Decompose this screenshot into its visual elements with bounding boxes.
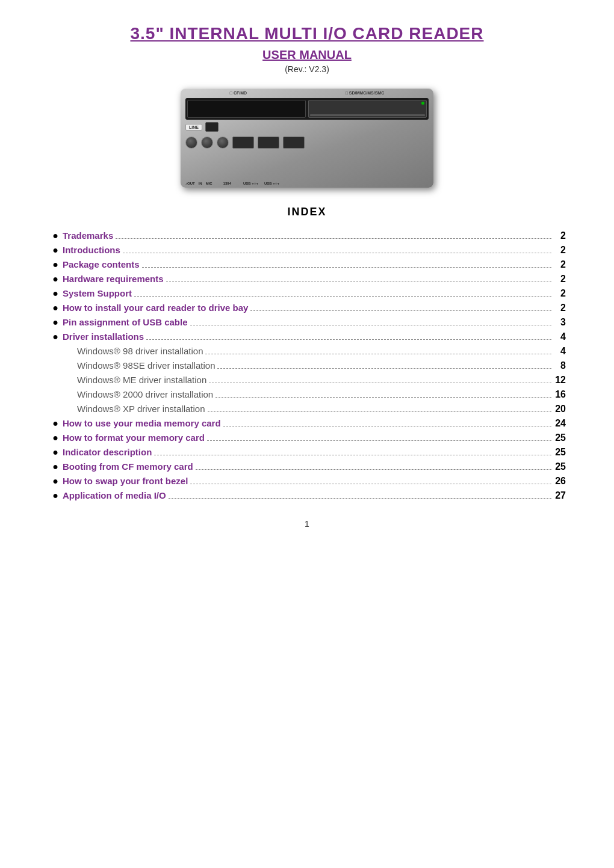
bullet: ● <box>48 288 63 299</box>
dots <box>116 238 551 239</box>
bullet: ● <box>48 490 63 501</box>
bottom-row <box>185 137 429 149</box>
page-number: 2 <box>554 230 566 241</box>
dots <box>123 253 551 253</box>
bullet: ● <box>48 274 63 285</box>
dots <box>217 368 551 369</box>
page-number: 25 <box>554 432 566 443</box>
subitem-label: Windows® 2000 driver installation <box>77 389 213 399</box>
list-item: ● How to install your card reader to dri… <box>48 303 566 313</box>
in-label: IN <box>199 182 202 185</box>
bullet: ● <box>48 303 63 313</box>
dots <box>208 411 551 412</box>
list-subitem: Windows® 98 driver installation 4 <box>48 346 566 357</box>
circle-in <box>201 137 213 149</box>
bullet: ● <box>48 476 63 487</box>
page-number: 25 <box>554 461 566 472</box>
bullet: ● <box>48 331 63 342</box>
list-item: ● How to format your memory card 25 <box>48 432 566 443</box>
usb-label-1: USB +○+ <box>243 182 258 185</box>
cf-slot <box>187 100 306 118</box>
dots <box>166 282 551 282</box>
subtitle: USER MANUAL <box>48 48 566 62</box>
page-number: 27 <box>554 490 566 501</box>
device-image: □ CF/MD □ SD/MMC/MS/SMC LINE <box>181 88 433 188</box>
dots <box>154 455 551 455</box>
item-label: Introductions <box>63 245 120 255</box>
list-subitem: Windows® XP driver installation 20 <box>48 404 566 414</box>
page-container: 3.5" INTERNAL MULTI I/O CARD READER USER… <box>48 24 566 529</box>
dots <box>169 498 551 499</box>
dots <box>207 440 551 441</box>
subitem-label: Windows® 98SE driver installation <box>77 360 215 371</box>
usb-port-1 <box>258 137 279 149</box>
item-label: How to use your media memory card <box>63 418 221 428</box>
index-title: INDEX <box>48 206 566 218</box>
middle-area: LINE <box>185 122 219 132</box>
list-item: ● Introductions 2 <box>48 245 566 256</box>
page-number: 3 <box>554 317 566 328</box>
device-image-container: □ CF/MD □ SD/MMC/MS/SMC LINE <box>48 88 566 188</box>
dots <box>223 426 551 426</box>
circle-mic <box>217 137 229 149</box>
dots <box>142 267 551 268</box>
sd-slot <box>308 100 427 118</box>
revision: (Rev.: V2.3) <box>48 64 566 74</box>
list-item: ● Trademarks 2 <box>48 230 566 241</box>
dots <box>209 383 551 383</box>
line-label: LINE <box>185 124 202 131</box>
page-number: 25 <box>554 447 566 458</box>
item-label: System Support <box>63 288 132 298</box>
item-label: How to format your memory card <box>63 432 205 443</box>
page-number: 2 <box>554 303 566 313</box>
page-number: 8 <box>554 360 566 371</box>
list-item: ● Hardware requirements 2 <box>48 274 566 285</box>
page-number: 24 <box>554 418 566 429</box>
footer-page-number: 1 <box>48 519 566 529</box>
list-subitem: Windows® ME driver installation 12 <box>48 375 566 386</box>
list-item: ● Booting from CF memory card 25 <box>48 461 566 472</box>
slot-detail <box>310 114 425 116</box>
dots <box>146 339 551 340</box>
subitem-label: Windows® 98 driver installation <box>77 346 203 356</box>
item-label: Hardware requirements <box>63 274 164 284</box>
page-number: 4 <box>554 346 566 357</box>
dots <box>134 296 551 297</box>
item-label: Package contents <box>63 259 140 269</box>
bullet: ● <box>48 461 63 472</box>
dots <box>196 469 551 470</box>
list-item: ● Indicator description 25 <box>48 447 566 458</box>
page-number: 2 <box>554 259 566 270</box>
list-subitem: Windows® 98SE driver installation 8 <box>48 360 566 371</box>
page-number: 16 <box>554 389 566 400</box>
bullet: ● <box>48 230 63 241</box>
bullet: ● <box>48 245 63 256</box>
connector-port <box>205 122 219 132</box>
rw-led <box>421 102 424 105</box>
item-label: Application of media I/O <box>63 490 166 500</box>
subitem-label: Windows® XP driver installation <box>77 404 205 414</box>
subitem-label: Windows® ME driver installation <box>77 375 206 385</box>
bottom-labels: ♪OUT IN MIC 1394 USB +○+ USB +○+ <box>185 182 429 185</box>
item-label: Trademarks <box>63 230 113 241</box>
page-title: 3.5" INTERNAL MULTI I/O CARD READER <box>48 24 566 43</box>
cf-md-label: □ CF/MD <box>230 91 247 95</box>
label-1394: 1394 <box>223 182 231 185</box>
usb-label-2: USB +○+ <box>264 182 279 185</box>
mic-label: MIC <box>206 182 212 185</box>
page-number: 26 <box>554 476 566 487</box>
page-number: 12 <box>554 375 566 386</box>
circle-out <box>185 137 197 149</box>
usb-port-2 <box>283 137 305 149</box>
list-item: ● Application of media I/O 27 <box>48 490 566 501</box>
dots <box>190 325 551 325</box>
bullet: ● <box>48 259 63 270</box>
item-label: How to install your card reader to drive… <box>63 303 248 313</box>
port-1394 <box>232 137 254 149</box>
page-number: 20 <box>554 404 566 414</box>
page-number: 2 <box>554 274 566 285</box>
dots <box>205 354 551 354</box>
page-number: 4 <box>554 331 566 342</box>
list-item: ● Pin assignment of USB cable 3 <box>48 317 566 328</box>
list-item: ● Driver installations 4 <box>48 331 566 342</box>
